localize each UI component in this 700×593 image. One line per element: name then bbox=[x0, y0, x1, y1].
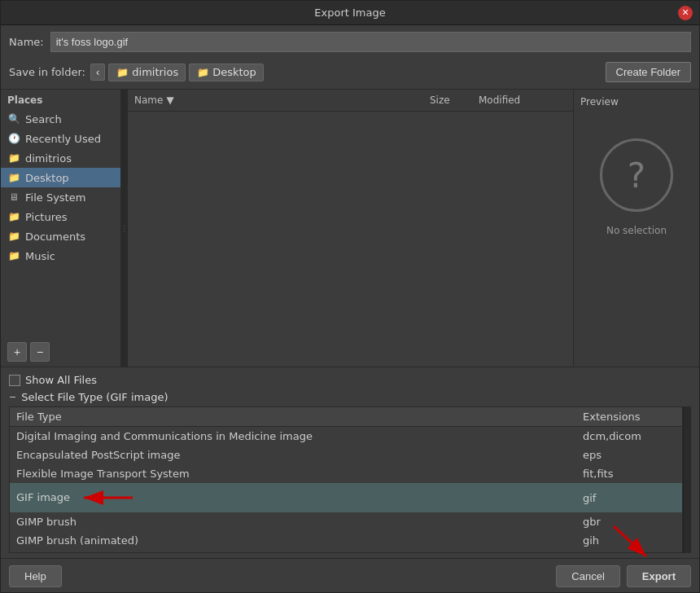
file-type-ext: dcm,dicom bbox=[576, 427, 682, 446]
folder-icon: 📁 bbox=[196, 66, 209, 79]
add-bookmark-button[interactable]: + bbox=[7, 342, 27, 362]
table-row[interactable]: Flexible Image Transport System fit,fits bbox=[10, 464, 682, 483]
footer-buttons: Help Cancel Export bbox=[1, 558, 699, 592]
breadcrumb-desktop[interactable]: 📁 Desktop bbox=[189, 64, 264, 81]
sidebar-actions: + − bbox=[1, 337, 120, 367]
folder-row: Save in folder: ‹ 📁 dimitrios 📁 Desktop … bbox=[1, 59, 699, 89]
sidebar-desktop-label: Desktop bbox=[25, 172, 69, 184]
file-type-ext: eps bbox=[576, 446, 682, 464]
sidebar: Places 🔍 Search 🕐 Recently Used 📁 dimitr… bbox=[1, 90, 121, 367]
file-type-ext: gih bbox=[576, 531, 682, 550]
scrollbar[interactable] bbox=[683, 406, 691, 553]
file-type-name: Flexible Image Transport System bbox=[10, 464, 576, 483]
file-type-ext: gif bbox=[576, 483, 682, 512]
close-button[interactable]: ✕ bbox=[678, 6, 693, 20]
sort-icon: ▼ bbox=[166, 94, 173, 106]
bottom-section: Show All Files − Select File Type (GIF i… bbox=[1, 367, 699, 558]
file-type-ext: pat bbox=[576, 550, 682, 553]
sidebar-dimitrios-label: dimitrios bbox=[25, 152, 72, 165]
column-header-name[interactable]: Name ▼ bbox=[128, 93, 427, 108]
folder-icon: 📁 bbox=[7, 210, 20, 223]
table-row[interactable]: Encapsulated PostScript image eps bbox=[10, 446, 682, 464]
preview-panel: Preview ? No selection bbox=[573, 90, 699, 367]
show-all-files-checkbox[interactable] bbox=[9, 375, 20, 386]
file-type-name: Encapsulated PostScript image bbox=[10, 446, 576, 464]
folder-icon: 📁 bbox=[7, 249, 20, 262]
breadcrumb-bar: ‹ 📁 dimitrios 📁 Desktop bbox=[90, 64, 601, 81]
folder-icon: 📁 bbox=[116, 66, 129, 79]
question-mark-icon: ? bbox=[628, 156, 645, 195]
select-file-type-label: Select File Type (GIF image) bbox=[21, 391, 168, 403]
file-type-ext: gbr bbox=[576, 512, 682, 531]
breadcrumb-dimitrios[interactable]: 📁 dimitrios bbox=[108, 64, 186, 81]
file-type-name: GIMP pattern bbox=[10, 550, 576, 553]
file-list bbox=[128, 112, 573, 367]
select-file-type-row[interactable]: − Select File Type (GIF image) bbox=[9, 388, 691, 406]
sidebar-item-desktop[interactable]: 📁 Desktop bbox=[1, 168, 120, 187]
export-image-dialog: Export Image ✕ Name: Save in folder: ‹ 📁… bbox=[0, 0, 700, 593]
main-area: Places 🔍 Search 🕐 Recently Used 📁 dimitr… bbox=[1, 89, 699, 367]
file-type-name: GIMP brush bbox=[10, 512, 576, 531]
file-type-list: File Type Extensions Digital Imaging and… bbox=[9, 406, 683, 553]
sidebar-item-file-system[interactable]: 🖥 File System bbox=[1, 187, 120, 207]
col-file-type: File Type bbox=[10, 407, 576, 427]
sidebar-item-music[interactable]: 📁 Music bbox=[1, 246, 120, 266]
sidebar-file-system-label: File System bbox=[25, 191, 85, 204]
table-row[interactable]: GIMP brush (animated) gih bbox=[10, 531, 682, 550]
titlebar: Export Image ✕ bbox=[1, 1, 699, 25]
file-type-name: GIF image bbox=[10, 483, 576, 512]
file-type-section: File Type Extensions Digital Imaging and… bbox=[9, 406, 691, 553]
export-button-wrapper: Export bbox=[627, 565, 691, 587]
sidebar-item-dimitrios[interactable]: 📁 dimitrios bbox=[1, 148, 120, 168]
file-type-ext: fit,fits bbox=[576, 464, 682, 483]
dialog-title: Export Image bbox=[314, 7, 385, 19]
sidebar-item-recently-used[interactable]: 🕐 Recently Used bbox=[1, 129, 120, 148]
search-icon: 🔍 bbox=[7, 112, 20, 125]
export-button[interactable]: Export bbox=[627, 565, 691, 587]
sidebar-item-pictures[interactable]: 📁 Pictures bbox=[1, 207, 120, 226]
column-modified-label: Modified bbox=[479, 94, 520, 106]
sidebar-recently-used-label: Recently Used bbox=[25, 133, 101, 145]
folder-icon: 📁 bbox=[7, 171, 20, 184]
sidebar-item-documents[interactable]: 📁 Documents bbox=[1, 226, 120, 246]
file-list-header: Name ▼ Size Modified bbox=[128, 90, 573, 112]
table-row[interactable]: GIMP brush gbr bbox=[10, 512, 682, 531]
preview-no-selection: No selection bbox=[606, 225, 667, 236]
file-area: Name ▼ Size Modified bbox=[128, 90, 573, 367]
file-type-table: File Type Extensions Digital Imaging and… bbox=[10, 407, 682, 553]
help-button[interactable]: Help bbox=[9, 565, 62, 587]
save-in-folder-label: Save in folder: bbox=[9, 66, 85, 78]
table-row[interactable]: Digital Imaging and Communications in Me… bbox=[10, 427, 682, 446]
drive-icon: 🖥 bbox=[7, 191, 20, 204]
show-all-files-label: Show All Files bbox=[25, 374, 97, 386]
clock-icon: 🕐 bbox=[7, 132, 20, 145]
table-row-gif[interactable]: GIF image bbox=[10, 483, 682, 512]
breadcrumb-dimitrios-label: dimitrios bbox=[132, 66, 178, 78]
nav-back-button[interactable]: ‹ bbox=[90, 64, 105, 81]
show-all-files-row: Show All Files bbox=[9, 372, 691, 388]
sidebar-pictures-label: Pictures bbox=[25, 211, 67, 223]
column-header-size[interactable]: Size bbox=[427, 93, 475, 108]
folder-icon: 📁 bbox=[7, 230, 20, 243]
sidebar-header: Places bbox=[1, 90, 120, 109]
create-folder-button[interactable]: Create Folder bbox=[606, 62, 691, 82]
cancel-button[interactable]: Cancel bbox=[556, 565, 619, 587]
name-label: Name: bbox=[9, 36, 44, 48]
right-footer-buttons: Cancel Export bbox=[556, 565, 691, 587]
preview-placeholder: ? bbox=[600, 138, 673, 212]
sidebar-item-search[interactable]: 🔍 Search bbox=[1, 109, 120, 129]
preview-title: Preview bbox=[580, 96, 619, 108]
sidebar-resize-handle[interactable]: ⋮ bbox=[121, 90, 128, 367]
collapse-icon: − bbox=[9, 392, 16, 402]
file-type-name: GIMP brush (animated) bbox=[10, 531, 576, 550]
sidebar-search-label: Search bbox=[25, 113, 62, 125]
filename-input[interactable] bbox=[50, 32, 691, 52]
file-type-list-wrapper: File Type Extensions Digital Imaging and… bbox=[9, 406, 691, 553]
column-size-label: Size bbox=[430, 94, 450, 106]
sidebar-music-label: Music bbox=[25, 250, 55, 262]
column-header-modified[interactable]: Modified bbox=[475, 93, 573, 108]
red-arrow-gif bbox=[80, 486, 137, 509]
table-row[interactable]: GIMP pattern pat bbox=[10, 550, 682, 553]
remove-bookmark-button[interactable]: − bbox=[30, 342, 50, 362]
col-extensions: Extensions bbox=[576, 407, 682, 427]
